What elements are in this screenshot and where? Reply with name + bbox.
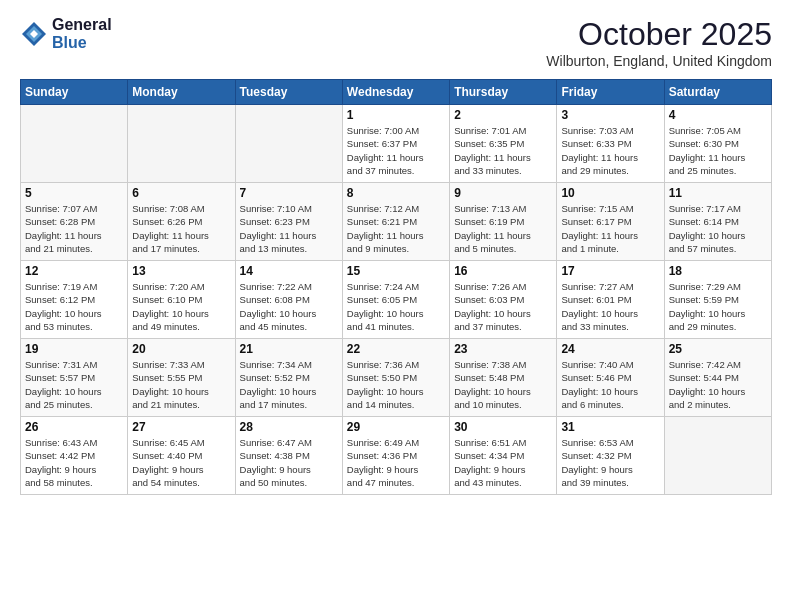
day-info: Sunrise: 7:36 AM Sunset: 5:50 PM Dayligh… <box>347 358 445 411</box>
day-info: Sunrise: 7:29 AM Sunset: 5:59 PM Dayligh… <box>669 280 767 333</box>
calendar-cell: 9Sunrise: 7:13 AM Sunset: 6:19 PM Daylig… <box>450 183 557 261</box>
day-number: 11 <box>669 186 767 200</box>
day-number: 8 <box>347 186 445 200</box>
calendar-header-tuesday: Tuesday <box>235 80 342 105</box>
day-number: 5 <box>25 186 123 200</box>
day-number: 9 <box>454 186 552 200</box>
logo-general-label: General <box>52 16 112 34</box>
day-info: Sunrise: 7:01 AM Sunset: 6:35 PM Dayligh… <box>454 124 552 177</box>
day-info: Sunrise: 7:10 AM Sunset: 6:23 PM Dayligh… <box>240 202 338 255</box>
calendar-cell: 17Sunrise: 7:27 AM Sunset: 6:01 PM Dayli… <box>557 261 664 339</box>
day-number: 16 <box>454 264 552 278</box>
calendar-header-wednesday: Wednesday <box>342 80 449 105</box>
calendar-cell: 30Sunrise: 6:51 AM Sunset: 4:34 PM Dayli… <box>450 417 557 495</box>
day-info: Sunrise: 6:43 AM Sunset: 4:42 PM Dayligh… <box>25 436 123 489</box>
day-info: Sunrise: 6:47 AM Sunset: 4:38 PM Dayligh… <box>240 436 338 489</box>
day-info: Sunrise: 7:42 AM Sunset: 5:44 PM Dayligh… <box>669 358 767 411</box>
day-number: 23 <box>454 342 552 356</box>
day-info: Sunrise: 6:53 AM Sunset: 4:32 PM Dayligh… <box>561 436 659 489</box>
calendar-cell: 28Sunrise: 6:47 AM Sunset: 4:38 PM Dayli… <box>235 417 342 495</box>
calendar-cell: 10Sunrise: 7:15 AM Sunset: 6:17 PM Dayli… <box>557 183 664 261</box>
day-info: Sunrise: 7:27 AM Sunset: 6:01 PM Dayligh… <box>561 280 659 333</box>
day-info: Sunrise: 7:12 AM Sunset: 6:21 PM Dayligh… <box>347 202 445 255</box>
day-number: 26 <box>25 420 123 434</box>
day-number: 19 <box>25 342 123 356</box>
calendar-header-monday: Monday <box>128 80 235 105</box>
day-info: Sunrise: 7:07 AM Sunset: 6:28 PM Dayligh… <box>25 202 123 255</box>
day-number: 29 <box>347 420 445 434</box>
day-number: 28 <box>240 420 338 434</box>
calendar-cell: 22Sunrise: 7:36 AM Sunset: 5:50 PM Dayli… <box>342 339 449 417</box>
header: General Blue October 2025 Wilburton, Eng… <box>20 16 772 69</box>
day-info: Sunrise: 7:00 AM Sunset: 6:37 PM Dayligh… <box>347 124 445 177</box>
day-number: 1 <box>347 108 445 122</box>
calendar-cell: 26Sunrise: 6:43 AM Sunset: 4:42 PM Dayli… <box>21 417 128 495</box>
logo-text: General Blue <box>52 16 112 51</box>
calendar-week-row: 1Sunrise: 7:00 AM Sunset: 6:37 PM Daylig… <box>21 105 772 183</box>
calendar-cell: 14Sunrise: 7:22 AM Sunset: 6:08 PM Dayli… <box>235 261 342 339</box>
day-number: 3 <box>561 108 659 122</box>
day-info: Sunrise: 7:17 AM Sunset: 6:14 PM Dayligh… <box>669 202 767 255</box>
calendar-cell <box>128 105 235 183</box>
day-info: Sunrise: 7:22 AM Sunset: 6:08 PM Dayligh… <box>240 280 338 333</box>
day-number: 25 <box>669 342 767 356</box>
calendar-cell: 1Sunrise: 7:00 AM Sunset: 6:37 PM Daylig… <box>342 105 449 183</box>
calendar-cell: 4Sunrise: 7:05 AM Sunset: 6:30 PM Daylig… <box>664 105 771 183</box>
day-number: 14 <box>240 264 338 278</box>
day-info: Sunrise: 6:51 AM Sunset: 4:34 PM Dayligh… <box>454 436 552 489</box>
calendar-week-row: 26Sunrise: 6:43 AM Sunset: 4:42 PM Dayli… <box>21 417 772 495</box>
day-info: Sunrise: 7:03 AM Sunset: 6:33 PM Dayligh… <box>561 124 659 177</box>
calendar-cell: 18Sunrise: 7:29 AM Sunset: 5:59 PM Dayli… <box>664 261 771 339</box>
calendar-cell: 15Sunrise: 7:24 AM Sunset: 6:05 PM Dayli… <box>342 261 449 339</box>
day-number: 4 <box>669 108 767 122</box>
day-number: 13 <box>132 264 230 278</box>
day-number: 10 <box>561 186 659 200</box>
day-info: Sunrise: 7:31 AM Sunset: 5:57 PM Dayligh… <box>25 358 123 411</box>
day-info: Sunrise: 7:19 AM Sunset: 6:12 PM Dayligh… <box>25 280 123 333</box>
day-number: 12 <box>25 264 123 278</box>
calendar-cell: 29Sunrise: 6:49 AM Sunset: 4:36 PM Dayli… <box>342 417 449 495</box>
calendar-cell: 2Sunrise: 7:01 AM Sunset: 6:35 PM Daylig… <box>450 105 557 183</box>
calendar-cell: 25Sunrise: 7:42 AM Sunset: 5:44 PM Dayli… <box>664 339 771 417</box>
day-info: Sunrise: 7:08 AM Sunset: 6:26 PM Dayligh… <box>132 202 230 255</box>
calendar-week-row: 5Sunrise: 7:07 AM Sunset: 6:28 PM Daylig… <box>21 183 772 261</box>
logo: General Blue <box>20 16 112 51</box>
day-info: Sunrise: 7:38 AM Sunset: 5:48 PM Dayligh… <box>454 358 552 411</box>
day-number: 31 <box>561 420 659 434</box>
calendar-header-saturday: Saturday <box>664 80 771 105</box>
day-info: Sunrise: 7:05 AM Sunset: 6:30 PM Dayligh… <box>669 124 767 177</box>
calendar-cell: 27Sunrise: 6:45 AM Sunset: 4:40 PM Dayli… <box>128 417 235 495</box>
day-number: 24 <box>561 342 659 356</box>
calendar-header-friday: Friday <box>557 80 664 105</box>
calendar-cell: 19Sunrise: 7:31 AM Sunset: 5:57 PM Dayli… <box>21 339 128 417</box>
calendar-cell: 11Sunrise: 7:17 AM Sunset: 6:14 PM Dayli… <box>664 183 771 261</box>
calendar-week-row: 12Sunrise: 7:19 AM Sunset: 6:12 PM Dayli… <box>21 261 772 339</box>
day-info: Sunrise: 7:20 AM Sunset: 6:10 PM Dayligh… <box>132 280 230 333</box>
calendar-cell: 21Sunrise: 7:34 AM Sunset: 5:52 PM Dayli… <box>235 339 342 417</box>
day-number: 18 <box>669 264 767 278</box>
day-number: 17 <box>561 264 659 278</box>
day-info: Sunrise: 7:15 AM Sunset: 6:17 PM Dayligh… <box>561 202 659 255</box>
day-info: Sunrise: 7:40 AM Sunset: 5:46 PM Dayligh… <box>561 358 659 411</box>
calendar-cell: 31Sunrise: 6:53 AM Sunset: 4:32 PM Dayli… <box>557 417 664 495</box>
logo-icon <box>20 20 48 48</box>
month-title: October 2025 <box>546 16 772 53</box>
calendar-cell: 24Sunrise: 7:40 AM Sunset: 5:46 PM Dayli… <box>557 339 664 417</box>
calendar-header-thursday: Thursday <box>450 80 557 105</box>
calendar-cell: 16Sunrise: 7:26 AM Sunset: 6:03 PM Dayli… <box>450 261 557 339</box>
calendar-cell <box>235 105 342 183</box>
day-number: 7 <box>240 186 338 200</box>
calendar-cell <box>21 105 128 183</box>
calendar-cell: 8Sunrise: 7:12 AM Sunset: 6:21 PM Daylig… <box>342 183 449 261</box>
day-info: Sunrise: 6:49 AM Sunset: 4:36 PM Dayligh… <box>347 436 445 489</box>
calendar-cell: 7Sunrise: 7:10 AM Sunset: 6:23 PM Daylig… <box>235 183 342 261</box>
day-number: 2 <box>454 108 552 122</box>
day-info: Sunrise: 7:13 AM Sunset: 6:19 PM Dayligh… <box>454 202 552 255</box>
title-block: October 2025 Wilburton, England, United … <box>546 16 772 69</box>
day-number: 27 <box>132 420 230 434</box>
calendar-cell: 20Sunrise: 7:33 AM Sunset: 5:55 PM Dayli… <box>128 339 235 417</box>
calendar: SundayMondayTuesdayWednesdayThursdayFrid… <box>20 79 772 495</box>
calendar-cell <box>664 417 771 495</box>
day-info: Sunrise: 7:26 AM Sunset: 6:03 PM Dayligh… <box>454 280 552 333</box>
calendar-cell: 23Sunrise: 7:38 AM Sunset: 5:48 PM Dayli… <box>450 339 557 417</box>
